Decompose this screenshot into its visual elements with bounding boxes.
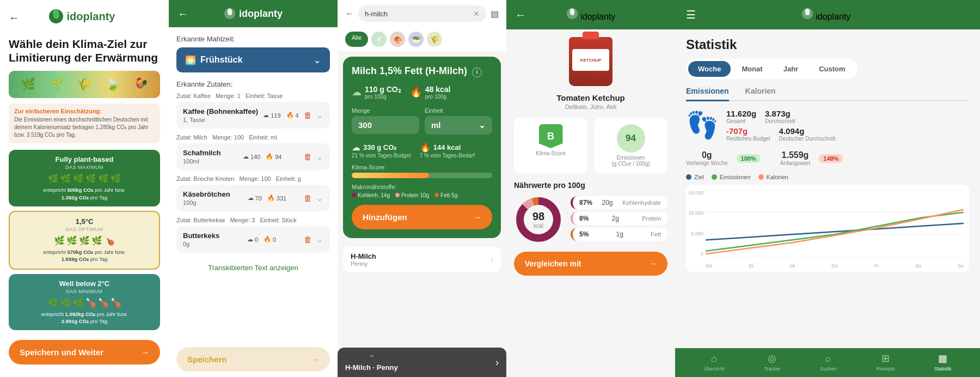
climate-card-plant-based[interactable]: Fully plant-based DAS MAXIMUM 🌿🌿🌿🌿🌿🌿 ent… bbox=[9, 150, 160, 206]
stats-numbers: 11.620g Gesamt 3.873g Durchschnitt -707g… bbox=[726, 109, 836, 142]
save-continue-button[interactable]: Speichern und Weiter → bbox=[9, 340, 160, 364]
tab-kalorien[interactable]: Kalorien bbox=[745, 87, 776, 101]
product-image: KETCHUP bbox=[569, 37, 612, 89]
logo-text-2: idoplanty bbox=[239, 8, 283, 20]
add-button[interactable]: Hinzufügen → bbox=[352, 205, 492, 229]
menge-field-group: Menge 300 bbox=[352, 107, 419, 135]
klima-score-box: B Klima-Score bbox=[514, 118, 587, 173]
legend-dot-emissionen bbox=[712, 174, 717, 180]
prev-week-stat: 0g Vorherige Woche bbox=[686, 150, 728, 166]
filter-chip-2[interactable]: 🥛 bbox=[371, 32, 387, 47]
fett-name: Fett bbox=[651, 231, 661, 238]
tab-custom[interactable]: Custom bbox=[809, 61, 855, 77]
page-title: Wähle dein Klima-Ziel zur Limitierung de… bbox=[9, 37, 160, 64]
einheit-select[interactable]: ml ⌄ bbox=[425, 116, 492, 135]
transcript-link[interactable]: Transkibierten Text anzeigen bbox=[176, 258, 330, 277]
filter-chip-3[interactable]: 🍖 bbox=[390, 32, 405, 47]
chart-svg bbox=[706, 190, 964, 257]
klima-score-bar bbox=[352, 173, 492, 178]
ingredient-actions-2: 🗑 ⌄ bbox=[304, 152, 323, 162]
delete-icon-2[interactable]: 🗑 bbox=[304, 152, 312, 161]
tab-woche[interactable]: Woche bbox=[688, 61, 731, 77]
back-button-3[interactable]: ← bbox=[345, 9, 354, 19]
ingredient-amount-3: 100g bbox=[183, 199, 230, 206]
nav-statistik[interactable]: ▦ Statistik bbox=[934, 352, 952, 372]
filter-chip-4[interactable]: 🥗 bbox=[408, 32, 424, 47]
flame-icon-main: 🔥 bbox=[410, 86, 422, 98]
expand-icon-2[interactable]: ⌄ bbox=[316, 152, 323, 162]
statistik-title: Statistik bbox=[686, 37, 969, 52]
back-button[interactable]: ← bbox=[9, 11, 20, 24]
expand-icon-3[interactable]: ⌄ bbox=[316, 193, 323, 203]
macro-protein: Protein 10g bbox=[395, 192, 429, 198]
info-icon[interactable]: i bbox=[472, 68, 482, 77]
filter-chip-5[interactable]: 🌾 bbox=[427, 32, 442, 47]
save-button-2[interactable]: Speichern → bbox=[176, 347, 330, 372]
pull-up-icon: ⌃ bbox=[345, 353, 398, 363]
nav-tracker[interactable]: ◎ Tracker bbox=[764, 352, 780, 372]
compare-button[interactable]: Vergleichen mit → bbox=[514, 252, 667, 276]
nav-suchen[interactable]: ⌕ Suchen bbox=[820, 353, 837, 372]
delete-icon-3[interactable]: 🗑 bbox=[304, 193, 312, 203]
logo-text-5: idoplanty bbox=[816, 12, 850, 21]
stats-row-2: -707g Restliches Budget 4.094g Deutscher… bbox=[726, 126, 836, 142]
start-value-stat: 1.559g Anfangswert bbox=[780, 150, 811, 166]
tab-emissionen[interactable]: Emissionen bbox=[686, 87, 729, 101]
stats-row-1: 11.620g Gesamt 3.873g Durchschnitt bbox=[726, 109, 836, 124]
arrow-right-icon-2: → bbox=[311, 355, 319, 364]
nav-ubersicht[interactable]: ⌂ Übersicht bbox=[703, 353, 724, 372]
delete-icon-4[interactable]: 🗑 bbox=[304, 235, 312, 244]
expand-icon-4[interactable]: ⌄ bbox=[316, 235, 323, 245]
fett-pct: 5% bbox=[579, 230, 589, 238]
product-brand: Delikato, Jütro, Aldi bbox=[514, 104, 667, 110]
nahrwerte-title: Nährwerte pro 100g bbox=[514, 181, 667, 190]
filter-all[interactable]: Alle bbox=[345, 32, 368, 47]
clear-search-icon[interactable]: ✕ bbox=[473, 9, 480, 18]
footprint-icon: 👣 bbox=[686, 110, 719, 141]
menu-icon[interactable]: ☰ bbox=[686, 8, 696, 21]
chevron-right-result: › bbox=[491, 254, 493, 264]
back-button-2[interactable]: ← bbox=[177, 8, 188, 20]
delete-icon-1[interactable]: 🗑 bbox=[304, 111, 312, 120]
card-sub-2: DAS OPTIMUM bbox=[16, 227, 152, 232]
card-title-3: Well below 2°C bbox=[15, 279, 154, 288]
hint-title: Zur einfacheren Einschätzung: bbox=[14, 108, 155, 114]
cloud-icon-1: ☁ bbox=[263, 112, 269, 119]
search-box[interactable]: h-milch ✕ bbox=[358, 5, 486, 22]
start-value-badge: 148% bbox=[819, 154, 843, 163]
panel5-content: Statistik Woche Monat Jahr Custom Emissi… bbox=[675, 29, 980, 348]
kcal-stat-2: 🔥 94 bbox=[266, 153, 281, 160]
ketchup-cap bbox=[583, 32, 599, 39]
fett-amt: 1g bbox=[616, 230, 623, 238]
ingredient-stats-1: ☁ 119 🔥 4 bbox=[263, 112, 298, 119]
nav-rezepte[interactable]: ⊞ Rezepte bbox=[877, 352, 895, 372]
search-result-1[interactable]: H-Milch Penny › bbox=[343, 247, 501, 272]
macro-fett: Fett 5g bbox=[434, 192, 457, 198]
chart-area: 15.000 10.000 5.000 0 Mo Di bbox=[686, 185, 969, 272]
bottom-label: H-Milch · Penny bbox=[345, 363, 398, 372]
home-icon: ⌂ bbox=[711, 353, 717, 364]
prev-week-row: 0g Vorherige Woche 100% 1.559g Anfangswe… bbox=[686, 150, 969, 166]
meal-selector[interactable]: 🌅 Frühstück ⌄ bbox=[176, 47, 330, 72]
barcode-icon[interactable]: ▤ bbox=[491, 9, 499, 19]
tab-jahr[interactable]: Jahr bbox=[774, 61, 808, 77]
ketchup-bottle: KETCHUP bbox=[569, 37, 612, 86]
panel5-header: ☰ idoplanty bbox=[675, 0, 980, 29]
tab-monat[interactable]: Monat bbox=[732, 61, 772, 77]
back-button-4[interactable]: ← bbox=[515, 9, 526, 21]
menge-input[interactable]: 300 bbox=[352, 116, 419, 134]
donut-chart: 98 kcal bbox=[514, 195, 563, 244]
ingredient-block-3: Zutat: Brioche Knoten Menge: 100 Einheit… bbox=[176, 175, 330, 211]
icons-decoration-2: 🌿🌿🌿🌿🍗 bbox=[16, 235, 152, 246]
climate-card-minimum[interactable]: Well below 2°C DAS MINIMUM 🌿🌿🌿🍗🍗🍗 entspr… bbox=[9, 274, 160, 331]
nutrient-bar-protein: 8% 2g Protein bbox=[571, 212, 667, 225]
stat-avg: 3.873g Durchschnitt bbox=[765, 109, 795, 124]
ingredient-card-4: Butterkeks 0g ☁ 0 🔥 0 🗑 ⌄ bbox=[176, 226, 330, 253]
climate-card-optimum[interactable]: 1,5°C DAS OPTIMUM 🌿🌿🌿🌿🍗 entspricht 570kg… bbox=[9, 211, 160, 270]
nutrient-bar-fett: 5% 1g Fett bbox=[571, 228, 667, 241]
card-desc-3: entspricht 1.092kg CO₂ pro Jahr bzw.2.99… bbox=[15, 311, 154, 325]
ingredient-label-1: Zutat: Kaffee Menge: 1 Einheit: Tasse bbox=[176, 93, 330, 99]
panel3-bottom-bar[interactable]: ⌃ H-Milch · Penny › bbox=[338, 348, 506, 377]
meal-section-label: Erkannte Mahlzeit: bbox=[176, 35, 330, 43]
expand-icon-1[interactable]: ⌄ bbox=[316, 111, 323, 120]
